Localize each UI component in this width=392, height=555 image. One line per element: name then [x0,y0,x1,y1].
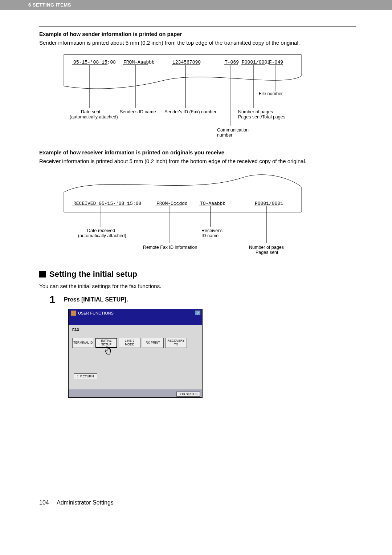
lbl-file-number: File number [259,91,283,96]
ui-title-icon [71,311,76,316]
lbl-comm1: Communication [217,127,249,133]
footer-section: Administrator Settings [57,499,114,506]
lbl-num-pages: Number of pages [238,109,273,114]
lbl-sender-id-name: Sender's ID name [120,109,156,114]
section2-title: Example of how receiver information is p… [39,149,356,155]
ui-screenshot: USER FUNCTIONS ? FAX TERMINAL ID INITIAL… [68,309,203,398]
field-from: FROM-Aaabbb [123,60,155,65]
lbl-auto2: (automatically attached) [78,233,126,238]
ui-breadcrumb: FAX [72,328,199,332]
section2-text: Receiver information is printed about 5 … [39,158,356,165]
return-arrow-icon: ⤴ [77,374,79,378]
chapter-label: 6 SETTING ITEMS [28,2,71,8]
lbl-remote-fax: Remote Fax ID information [143,245,197,250]
setting-intro: You can set the initial settings for the… [39,283,356,290]
setting-heading: Setting the initial setup [39,270,356,279]
ui-title-bar: USER FUNCTIONS ? [69,309,202,317]
return-button[interactable]: ⤴ RETURN [74,373,97,379]
field-date: 05-15-'08 15:08 [73,60,116,65]
job-status-button[interactable]: JOB STATUS [176,392,200,397]
divider [39,27,356,27]
help-button[interactable]: ? [195,310,201,315]
step-number: 1 [49,294,64,305]
lbl-auto: (automatically attached) [70,114,118,119]
step-1: 1 Press [INITIAL SETUP]. [49,294,356,305]
step-text: Press [INITIAL SETUP]. [64,296,128,303]
field-to: TO-Aaabbb [200,201,225,206]
page-footer: 104 Administrator Settings [0,499,392,517]
recovery-tx-button[interactable]: RECOVERY TX [165,338,187,348]
lbl-sender-id-fax: Sender's ID (Fax) number [164,109,216,114]
rx-print-button[interactable]: RX PRINT [142,338,164,348]
field-received: RECEIVED 05-15-'08 15:08 [73,201,141,206]
field-from2: FROM-Cccddd [156,201,188,206]
receiver-diagram: RECEIVED 05-15-'08 15:08 FROM-Cccddd TO-… [61,170,356,259]
page-header-bar: 6 SETTING ITEMS [0,0,392,10]
section1-title: Example of how sender information is pri… [39,31,356,37]
lbl-recv1: Receiver's [201,228,222,233]
ui-blue-bar [69,317,202,325]
field-fax: 1234567890 [172,60,201,65]
lbl-date-received: Date received [87,228,115,233]
ui-title-text: USER FUNCTIONS [78,311,114,315]
lbl-comm2: number [217,133,232,138]
field-pages2: P0001/0001 [255,201,283,206]
field-file: F-049 [269,60,283,65]
lbl-pages-ratio: Pages sent/Total pages [238,114,285,119]
section1-text: Sender information is printed about 5 mm… [39,39,356,46]
field-pages: P0001/0001 [242,60,270,65]
lbl-num-pages2: Number of pages [249,245,284,250]
terminal-id-button[interactable]: TERMINAL ID [72,338,94,348]
line2-mode-button[interactable]: LINE-2 MODE [119,338,140,348]
field-comm: T-069 [225,60,239,65]
lbl-date-sent: Date sent [81,109,101,114]
square-bullet-icon [39,271,46,278]
page-number: 104 [39,499,49,506]
lbl-recv2: ID name [201,233,219,238]
lbl-pages-sent: Pages sent [256,250,278,255]
sender-diagram: 05-15-'08 15:08 FROM-Aaabbb 1234567890 T… [61,52,356,141]
pointer-hand-icon [103,346,112,356]
